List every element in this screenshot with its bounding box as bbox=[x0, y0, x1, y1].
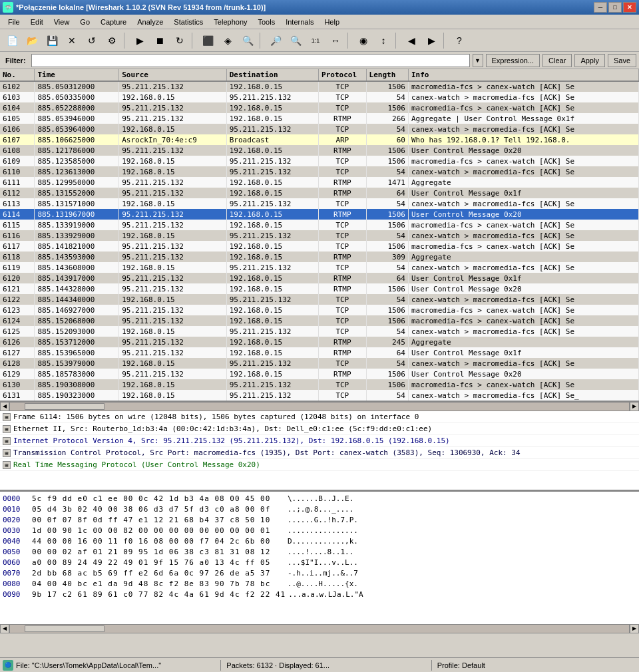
table-row[interactable]: 6127885.15396500095.211.215.132192.168.0… bbox=[0, 347, 639, 358]
detail-row[interactable]: ⊞Ethernet II, Src: Routerbo_1d:b3:4a (00… bbox=[0, 423, 639, 435]
table-cell: 885.050312000 bbox=[35, 81, 119, 92]
hscrollbar[interactable] bbox=[9, 402, 630, 411]
table-row[interactable]: 6126885.15371200095.211.215.132192.168.0… bbox=[0, 337, 639, 347]
minimize-button[interactable]: ─ bbox=[594, 2, 607, 13]
table-row[interactable]: 6103885.050335000192.168.0.1595.211.215.… bbox=[0, 92, 639, 102]
status-icon: 🔵 bbox=[3, 660, 13, 671]
save-filter-button[interactable]: Save bbox=[608, 54, 636, 67]
detail-row[interactable]: ⊞Frame 6114: 1506 bytes on wire (12048 b… bbox=[0, 411, 639, 423]
table-row[interactable]: 6114885.13196700095.211.215.132192.168.0… bbox=[0, 209, 639, 220]
reload-button[interactable]: ↺ bbox=[83, 32, 101, 49]
menu-go[interactable]: Go bbox=[75, 15, 95, 29]
hscroll-left[interactable]: ◀ bbox=[0, 402, 9, 411]
clear-button[interactable]: Clear bbox=[542, 54, 572, 67]
table-row[interactable]: 6111885.12995000095.211.215.132192.168.0… bbox=[0, 177, 639, 188]
table-row[interactable]: 6117885.14182100095.211.215.132192.168.0… bbox=[0, 241, 639, 252]
table-row[interactable]: 6118885.14359300095.211.215.132192.168.0… bbox=[0, 252, 639, 262]
menu-capture[interactable]: Capture bbox=[95, 15, 132, 29]
table-row[interactable]: 6119885.143608000192.168.0.1595.211.215.… bbox=[0, 262, 639, 273]
fit-column-button[interactable]: ↔ bbox=[326, 32, 345, 49]
table-row[interactable]: 6115885.13391900095.211.215.132192.168.0… bbox=[0, 220, 639, 230]
menu-help[interactable]: Help bbox=[319, 15, 345, 29]
packet-list-scroll[interactable]: No. Time Source Destination Protocol Len… bbox=[0, 69, 639, 401]
table-row[interactable]: 6130885.190308000192.168.0.1595.211.215.… bbox=[0, 379, 639, 390]
menu-analyze[interactable]: Analyze bbox=[132, 15, 168, 29]
expand-icon[interactable]: ⊞ bbox=[3, 449, 11, 457]
expand-icon[interactable]: ⊞ bbox=[3, 413, 11, 421]
forward-button[interactable]: ▶ bbox=[422, 32, 441, 49]
capture-filter-button[interactable]: ⬛ bbox=[198, 32, 217, 49]
hex-hscroll[interactable]: ◀ ▶ bbox=[0, 624, 639, 633]
detail-row[interactable]: ⊞Internet Protocol Version 4, Src: 95.21… bbox=[0, 435, 639, 447]
table-row[interactable]: 6102885.05031200095.211.215.132192.168.0… bbox=[0, 81, 639, 92]
table-cell: 54 bbox=[366, 390, 408, 401]
zoom-out-button[interactable]: 🔍 bbox=[286, 32, 305, 49]
menu-tools[interactable]: Tools bbox=[253, 15, 281, 29]
filter-input[interactable] bbox=[31, 54, 470, 67]
expression-button[interactable]: Expression... bbox=[486, 54, 540, 67]
table-row[interactable]: 6110885.123613000192.168.0.1595.211.215.… bbox=[0, 166, 639, 177]
new-capture-button[interactable]: 📄 bbox=[3, 32, 21, 49]
hex-hscroll-right[interactable]: ▶ bbox=[630, 624, 639, 633]
table-row[interactable]: 6109885.123585000192.168.0.1595.211.215.… bbox=[0, 156, 639, 166]
table-row[interactable]: 6121885.14432800095.211.215.132192.168.0… bbox=[0, 283, 639, 294]
table-row[interactable]: 6104885.05228800095.211.215.132192.168.0… bbox=[0, 102, 639, 113]
menu-internals[interactable]: Internals bbox=[280, 15, 319, 29]
expand-icon[interactable]: ⊞ bbox=[3, 461, 11, 469]
maximize-button[interactable]: □ bbox=[608, 2, 622, 13]
table-row[interactable]: 6124885.15206800095.211.215.132192.168.0… bbox=[0, 315, 639, 326]
hscroll-right[interactable]: ▶ bbox=[630, 402, 639, 411]
detail-row[interactable]: ⊞Real Time Messaging Protocol (User Cont… bbox=[0, 459, 639, 471]
hex-hscrollbar[interactable] bbox=[9, 624, 630, 633]
menu-telephony[interactable]: Telephony bbox=[208, 15, 252, 29]
table-row[interactable]: 6106885.053964000192.168.0.1595.211.215.… bbox=[0, 124, 639, 134]
restart-capture-button[interactable]: ↻ bbox=[170, 32, 189, 49]
packet-detail-scroll[interactable]: ⊞Frame 6114: 1506 bytes on wire (12048 b… bbox=[0, 411, 639, 490]
close-button[interactable]: ✕ bbox=[623, 2, 636, 13]
expand-icon[interactable]: ⊞ bbox=[3, 425, 11, 433]
menu-edit[interactable]: Edit bbox=[25, 15, 49, 29]
hscroll-thumb[interactable] bbox=[25, 403, 105, 410]
back-button[interactable]: ◀ bbox=[402, 32, 421, 49]
hex-hscroll-left[interactable]: ◀ bbox=[0, 624, 9, 633]
expand-icon[interactable]: ⊞ bbox=[3, 437, 11, 445]
zoom-in-button[interactable]: 🔎 bbox=[266, 32, 285, 49]
menu-file[interactable]: File bbox=[3, 15, 25, 29]
menu-view[interactable]: View bbox=[49, 15, 75, 29]
table-row[interactable]: 6129885.18578300095.211.215.132192.168.0… bbox=[0, 369, 639, 379]
table-row[interactable]: 6107885.106625000AsrockIn_70:4e:c9Broadc… bbox=[0, 134, 639, 145]
hex-hscroll-thumb[interactable] bbox=[25, 625, 105, 632]
table-row[interactable]: 6122885.144340000192.168.0.1595.211.215.… bbox=[0, 294, 639, 305]
table-row[interactable]: 6120885.14391700095.211.215.132192.168.0… bbox=[0, 273, 639, 283]
table-row[interactable]: 6131885.190323000192.168.0.1595.211.215.… bbox=[0, 390, 639, 401]
table-row[interactable]: 6128885.153979000192.168.0.1595.211.215.… bbox=[0, 358, 639, 369]
apply-button[interactable]: Apply bbox=[574, 54, 605, 67]
table-cell: 192.168.0.15 bbox=[119, 230, 226, 241]
start-capture-button[interactable]: ▶ bbox=[130, 32, 149, 49]
colorize-button[interactable]: ◉ bbox=[354, 32, 373, 49]
open-button[interactable]: 📂 bbox=[23, 32, 41, 49]
table-cell: 95.211.215.132 bbox=[119, 113, 226, 124]
titlebar-controls[interactable]: ─ □ ✕ bbox=[594, 2, 636, 13]
scroll-auto-button[interactable]: ↕ bbox=[374, 32, 393, 49]
zoom-reset-button[interactable]: 1:1 bbox=[306, 32, 325, 49]
detail-row[interactable]: ⊞Transmission Control Protocol, Src Port… bbox=[0, 447, 639, 459]
table-row[interactable]: 6112885.13155200095.211.215.132192.168.0… bbox=[0, 188, 639, 198]
table-row[interactable]: 6113885.131571000192.168.0.1595.211.215.… bbox=[0, 198, 639, 209]
table-row[interactable]: 6116885.133929000192.168.0.1595.211.215.… bbox=[0, 230, 639, 241]
menu-statistics[interactable]: Statistics bbox=[168, 15, 208, 29]
table-row[interactable]: 6123885.14692700095.211.215.132192.168.0… bbox=[0, 305, 639, 315]
capture-filter2-button[interactable]: ◈ bbox=[218, 32, 237, 49]
table-row[interactable]: 6125885.152093000192.168.0.1595.211.215.… bbox=[0, 326, 639, 337]
display-filter-button[interactable]: 🔍 bbox=[238, 32, 257, 49]
packet-list-hscroll[interactable]: ◀ ▶ bbox=[0, 402, 639, 411]
stop-capture-button[interactable]: ⏹ bbox=[150, 32, 169, 49]
hex-scroll[interactable]: 00005c f9 dd e0 c1 ee 00 0c 42 1d b3 4a … bbox=[0, 492, 639, 624]
save-button[interactable]: 💾 bbox=[43, 32, 61, 49]
help-button[interactable]: ? bbox=[450, 32, 469, 49]
filter-dropdown[interactable]: ▼ bbox=[473, 54, 483, 67]
table-row[interactable]: 6108885.12178600095.211.215.132192.168.0… bbox=[0, 145, 639, 156]
capture-options-button[interactable]: ⚙ bbox=[103, 32, 121, 49]
table-row[interactable]: 6105885.05394600095.211.215.132192.168.0… bbox=[0, 113, 639, 124]
close-capture-button[interactable]: ✕ bbox=[63, 32, 81, 49]
